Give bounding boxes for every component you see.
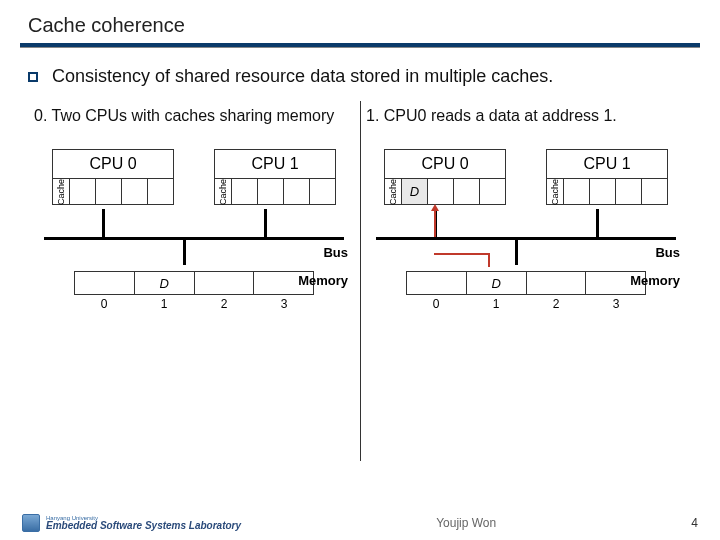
cpu1-cache-cell [258, 179, 284, 205]
cpu0-cache-cell [428, 179, 454, 205]
cpu0-cache-cell [96, 179, 122, 205]
cpu0-label: CPU 0 [52, 149, 174, 179]
panel-step-0: 0. Two CPUs with caches sharing memory C… [28, 107, 360, 311]
read-arrow-icon [488, 253, 490, 267]
panel-divider [360, 101, 361, 461]
step-caption-1: 1. CPU0 reads a data at address 1. [366, 107, 686, 129]
cpu1-cache-cell [642, 179, 668, 205]
cpu1-block: CPU 1 Cache [214, 149, 336, 205]
cpu0-cache-cell: D [402, 179, 428, 205]
memory-cell [527, 272, 587, 294]
cpu0-block: CPU 0 Cache [52, 149, 174, 205]
cpu1-cache-cell [310, 179, 336, 205]
slide-footer: Hanyang University Embedded Software Sys… [0, 514, 720, 532]
memory-cell [407, 272, 467, 294]
bus-diagram: Bus [366, 209, 686, 271]
memory-index: 1 [466, 297, 526, 311]
memory-cell [195, 272, 255, 294]
footer-lab: Embedded Software Systems Laboratory [46, 521, 241, 531]
bus-label: Bus [323, 245, 348, 260]
bus-label: Bus [655, 245, 680, 260]
memory-cell: D [467, 272, 527, 294]
cpu1-cache-cell [590, 179, 616, 205]
memory-index: 2 [526, 297, 586, 311]
memory-cell [75, 272, 135, 294]
cache-label: Cache [214, 179, 232, 205]
memory-index: 3 [586, 297, 646, 311]
cpu1-label: CPU 1 [546, 149, 668, 179]
bullet-item: Consistency of shared resource data stor… [28, 66, 692, 87]
cache-label: Cache [384, 179, 402, 205]
memory-box: D [74, 271, 314, 295]
memory-label: Memory [298, 273, 348, 288]
cpu1-label: CPU 1 [214, 149, 336, 179]
cpu0-cache-cell [122, 179, 148, 205]
memory-index: 2 [194, 297, 254, 311]
bus-diagram: Bus [34, 209, 354, 271]
cpu0-cache-cell [148, 179, 174, 205]
memory-cell: D [135, 272, 195, 294]
page-number: 4 [691, 516, 698, 530]
memory-index: 3 [254, 297, 314, 311]
memory-index: 0 [406, 297, 466, 311]
memory-index: 0 [74, 297, 134, 311]
cache-label: Cache [546, 179, 564, 205]
cpu1-cache-cell [616, 179, 642, 205]
memory-index: 1 [134, 297, 194, 311]
cpu1-cache-cell [564, 179, 590, 205]
cpu0-label: CPU 0 [384, 149, 506, 179]
cpu1-cache-cell [284, 179, 310, 205]
slide-title: Cache coherence [28, 14, 720, 37]
cpu0-cache-cell [70, 179, 96, 205]
read-arrow-icon [434, 209, 436, 237]
bullet-icon [28, 72, 38, 82]
memory-box: D [406, 271, 646, 295]
cpu0-block: CPU 0 Cache D [384, 149, 506, 205]
footer-author: Youjip Won [436, 516, 496, 530]
cache-label: Cache [52, 179, 70, 205]
cpu1-block: CPU 1 Cache [546, 149, 668, 205]
read-arrow-icon [434, 253, 490, 255]
university-logo-icon [22, 514, 40, 532]
cpu0-cache-cell [480, 179, 506, 205]
cpu1-cache-cell [232, 179, 258, 205]
memory-label: Memory [630, 273, 680, 288]
panel-step-1: 1. CPU0 reads a data at address 1. CPU 0… [360, 107, 692, 311]
bullet-text: Consistency of shared resource data stor… [52, 66, 553, 87]
cpu0-cache-cell [454, 179, 480, 205]
step-caption-0: 0. Two CPUs with caches sharing memory [34, 107, 354, 129]
